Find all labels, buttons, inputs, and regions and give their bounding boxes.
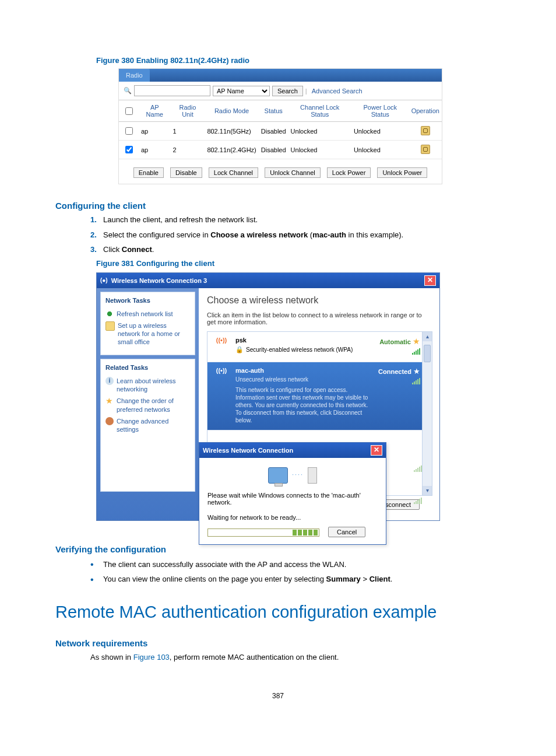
cell-status: Disabled [259,141,288,159]
col-power-lock: Power Lock Status [351,100,409,122]
scrollbar[interactable]: ▴ ▾ [422,332,432,495]
step-text: Click [103,245,122,254]
verify-list: •The client can successfully associate w… [90,559,501,585]
edit-icon[interactable] [421,126,430,135]
signal-icon [414,463,422,473]
cancel-button[interactable]: Cancel [328,527,365,537]
list-item: 1.Launch the client, and refresh the net… [90,214,501,226]
step-text: ( [308,230,312,239]
waiting-msg: Waiting for network to be ready... [207,514,378,521]
progress-bar [207,528,319,537]
network-tasks-box: Network Tasks Refresh network list Set u… [100,292,195,355]
change-advanced-link[interactable]: Change advanced settings [105,417,190,434]
search-button[interactable]: Search [272,86,303,96]
link-label: Change advanced settings [117,417,190,434]
search-icon: 🔍 [124,87,132,94]
related-tasks-title: Related Tasks [105,364,190,371]
bullet-text: You can view the online clients on the p… [103,575,326,583]
edit-icon[interactable] [421,145,430,154]
wifi-icon: ((•)) [216,337,227,344]
tab-radio[interactable]: Radio [119,69,150,82]
inner-titlebar: Wireless Network Connection ✕ [199,443,386,458]
list-item: 2.Select the configured service in Choos… [90,229,501,241]
cell-status: Disabled [259,122,288,141]
cell-pwrlock: Unlocked [351,122,409,141]
step-bold: mac-auth [312,230,346,239]
close-button[interactable]: ✕ [424,275,436,286]
bullet-text: . [390,575,393,583]
refresh-icon [105,310,114,318]
step-text: Select the configured service in [103,230,210,239]
learn-wireless-link[interactable]: i Learn about wireless networking [105,377,190,394]
setup-icon [105,321,115,331]
page-number: 387 [55,692,501,700]
unlock-channel-button[interactable]: Unlock Channel [265,167,321,178]
network-status: Automatic [379,338,411,345]
network-item-psk[interactable]: ((•)) psk 🔒 Security-enabled wireless ne… [207,332,432,362]
heading-verifying: Verifying the configuration [55,544,501,554]
scroll-thumb[interactable] [424,345,431,362]
network-name: mac-auth [235,367,372,374]
cell-mode: 802.11n(5GHz) [205,122,258,141]
related-tasks-box: Related Tasks i Learn about wireless net… [100,359,195,492]
row-checkbox[interactable] [125,146,133,153]
bold-text: Summary [326,575,361,583]
signal-icon [414,495,422,505]
unlock-power-button[interactable]: Unlock Power [377,167,427,178]
network-subtitle: Security-enabled wireless network (WPA) [246,346,353,353]
signal-icon [412,348,420,355]
list-item: •The client can successfully associate w… [90,559,501,570]
gear-icon [105,417,114,425]
step-text: Launch the client, and refresh the netwo… [103,215,258,224]
change-order-link[interactable]: ★ Change the order of preferred networks [105,397,190,414]
cell-unit: 1 [171,122,205,141]
cell-apname: ap [139,122,171,141]
table-row: ap 2 802.11n(2.4GHz) Disabled Unlocked U… [119,141,442,159]
inner-close-button[interactable]: ✕ [371,445,382,456]
bold-text: Client [370,575,390,583]
server-icon [308,467,317,484]
cell-apname: ap [139,141,171,159]
wifi-icon: ((•)) [216,367,227,374]
action-buttons: Enable Disable Lock Channel Unlock Chann… [119,159,442,184]
inner-title: Wireless Network Connection [203,447,293,454]
scroll-down-icon[interactable]: ▾ [423,486,432,495]
disable-button[interactable]: Disable [170,167,202,178]
star-icon: ★ [413,367,420,376]
wireless-dialog: (●) Wireless Network Connection 3 ✕ Netw… [96,272,440,521]
enable-button[interactable]: Enable [133,167,164,178]
link-label: Set up a wireless network for a home or … [118,321,190,346]
radio-table: AP Name Radio Unit Radio Mode Status Cha… [119,100,442,159]
scroll-up-icon[interactable]: ▴ [423,332,432,341]
lock-channel-button[interactable]: Lock Channel [209,167,258,178]
heading-configuring-client: Configuring the client [55,201,501,211]
link-label: Change the order of preferred networks [117,397,190,414]
cell-chlock: Unlocked [288,141,351,159]
refresh-network-link[interactable]: Refresh network list [105,310,190,318]
left-pane: Network Tasks Refresh network list Set u… [97,288,199,520]
star-icon: ★ [105,397,114,405]
search-row: 🔍 AP Name Search | Advanced Search [119,82,442,100]
setup-wireless-link[interactable]: Set up a wireless network for a home or … [105,321,190,346]
row-checkbox[interactable] [125,127,133,135]
figure-link[interactable]: Figure 103 [133,653,170,662]
signal-icon [412,377,420,384]
select-all-checkbox[interactable] [125,107,133,115]
lock-power-button[interactable]: Lock Power [327,167,371,178]
titlebar: (●) Wireless Network Connection 3 ✕ [97,273,439,288]
list-item: •You can view the online clients on the … [90,573,501,585]
search-input[interactable] [134,85,210,96]
bullet-text: The client can successfully associate wi… [103,560,346,569]
search-field-select[interactable]: AP Name [213,86,270,96]
network-status: Connected [378,368,411,375]
bullet-icon: • [90,577,103,583]
network-item-macauth[interactable]: ((•)) mac-auth Unsecured wireless networ… [207,362,432,430]
step-number: 1. [90,214,103,226]
tab-bar: Radio [119,69,442,82]
col-status: Status [259,100,288,122]
heading-network-req: Network requirements [55,638,501,648]
advanced-search-link[interactable]: Advanced Search [309,88,363,94]
cell-unit: 2 [171,141,205,159]
step-bold: Choose a wireless network [210,230,308,239]
step-number: 2. [90,229,103,241]
